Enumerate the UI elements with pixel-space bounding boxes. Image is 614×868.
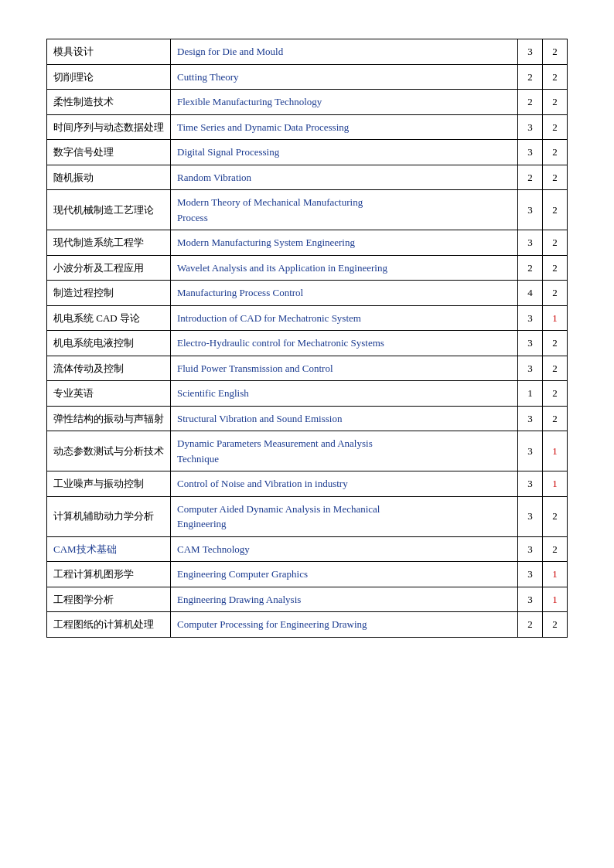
english-name: Modern Manufacturing System Engineering (171, 230, 518, 256)
chinese-name: 动态参数测试与分析技术 (47, 431, 171, 471)
semester: 2 (543, 536, 568, 562)
chinese-name: 小波分析及工程应用 (47, 255, 171, 281)
table-row: 现代机械制造工艺理论Modern Theory of Mechanical Ma… (47, 190, 568, 230)
table-row: 计算机辅助动力学分析Computer Aided Dynamic Analysi… (47, 496, 568, 536)
english-name: Control of Noise and Vibration in indust… (171, 471, 518, 497)
english-name: Scientific English (171, 381, 518, 407)
english-name: Flexible Manufacturing Technology (171, 90, 518, 115)
chinese-name: 工程计算机图形学 (47, 562, 171, 587)
semester: 2 (543, 356, 568, 381)
credit-hours: 3 (518, 190, 543, 230)
chinese-name: 工业噪声与振动控制 (47, 471, 171, 497)
chinese-name: 流体传动及控制 (47, 356, 171, 381)
semester: 2 (543, 90, 568, 115)
semester: 2 (543, 230, 568, 256)
chinese-name: 弹性结构的振动与声辐射 (47, 406, 171, 431)
table-row: 工业噪声与振动控制Control of Noise and Vibration … (47, 471, 568, 497)
english-name: Computer Processing for Engineering Draw… (171, 612, 518, 638)
credit-hours: 3 (518, 562, 543, 587)
semester: 1 (543, 587, 568, 612)
table-row: 切削理论Cutting Theory22 (47, 64, 568, 90)
semester: 2 (543, 406, 568, 431)
chinese-name: CAM技术基础 (47, 536, 171, 562)
table-row: 随机振动Random Vibration22 (47, 165, 568, 190)
table-row: CAM技术基础CAM Technology32 (47, 536, 568, 562)
table-row: 流体传动及控制Fluid Power Transmission and Cont… (47, 356, 568, 381)
credit-hours: 3 (518, 114, 543, 140)
credit-hours: 4 (518, 281, 543, 306)
english-name: Electro-Hydraulic control for Mechatroni… (171, 331, 518, 356)
table-row: 制造过程控制Manufacturing Process Control42 (47, 281, 568, 306)
table-row: 工程图纸的计算机处理Computer Processing for Engine… (47, 612, 568, 638)
chinese-name: 专业英语 (47, 381, 171, 407)
semester: 2 (543, 496, 568, 536)
semester: 2 (543, 255, 568, 281)
chinese-name: 现代机械制造工艺理论 (47, 190, 171, 230)
chinese-name: 时间序列与动态数据处理 (47, 114, 171, 140)
credit-hours: 3 (518, 356, 543, 381)
credit-hours: 1 (518, 381, 543, 407)
english-name: Cutting Theory (171, 64, 518, 90)
chinese-name: 现代制造系统工程学 (47, 230, 171, 256)
semester: 2 (543, 331, 568, 356)
semester: 1 (543, 562, 568, 587)
credit-hours: 2 (518, 165, 543, 190)
credit-hours: 3 (518, 587, 543, 612)
table-row: 专业英语Scientific English12 (47, 381, 568, 407)
chinese-name: 机电系统 CAD 导论 (47, 305, 171, 331)
semester: 2 (543, 64, 568, 90)
table-row: 模具设计Design for Die and Mould32 (47, 39, 568, 65)
english-name: Fluid Power Transmission and Control (171, 356, 518, 381)
semester: 2 (543, 381, 568, 407)
english-name: Random Vibration (171, 165, 518, 190)
credit-hours: 3 (518, 331, 543, 356)
credit-hours: 3 (518, 406, 543, 431)
chinese-name: 数字信号处理 (47, 140, 171, 165)
table-row: 机电系统电液控制Electro-Hydraulic control for Me… (47, 331, 568, 356)
chinese-name: 制造过程控制 (47, 281, 171, 306)
credit-hours: 2 (518, 612, 543, 638)
course-table: 模具设计Design for Die and Mould32切削理论Cuttin… (46, 39, 568, 638)
table-row: 工程图学分析Engineering Drawing Analysis31 (47, 587, 568, 612)
chinese-name: 机电系统电液控制 (47, 331, 171, 356)
english-name: Engineering Drawing Analysis (171, 587, 518, 612)
table-row: 数字信号处理Digital Signal Processing32 (47, 140, 568, 165)
credit-hours: 2 (518, 64, 543, 90)
semester: 2 (543, 190, 568, 230)
credit-hours: 3 (518, 39, 543, 65)
english-name: Engineering Computer Graphics (171, 562, 518, 587)
chinese-name: 切削理论 (47, 64, 171, 90)
credit-hours: 3 (518, 431, 543, 471)
chinese-name: 柔性制造技术 (47, 90, 171, 115)
chinese-name: 计算机辅助动力学分析 (47, 496, 171, 536)
semester: 2 (543, 165, 568, 190)
semester: 2 (543, 114, 568, 140)
credit-hours: 3 (518, 536, 543, 562)
table-row: 机电系统 CAD 导论Introduction of CAD for Mecha… (47, 305, 568, 331)
table-row: 小波分析及工程应用Wavelet Analysis and its Applic… (47, 255, 568, 281)
semester: 1 (543, 431, 568, 471)
english-name: CAM Technology (171, 536, 518, 562)
chinese-name: 工程图学分析 (47, 587, 171, 612)
semester: 2 (543, 140, 568, 165)
table-row: 弹性结构的振动与声辐射Structural Vibration and Soun… (47, 406, 568, 431)
chinese-name: 工程图纸的计算机处理 (47, 612, 171, 638)
english-name: Digital Signal Processing (171, 140, 518, 165)
table-row: 柔性制造技术Flexible Manufacturing Technology2… (47, 90, 568, 115)
table-row: 时间序列与动态数据处理Time Series and Dynamic Data … (47, 114, 568, 140)
english-name: Modern Theory of Mechanical Manufacturin… (171, 190, 518, 230)
english-name: Structural Vibration and Sound Emission (171, 406, 518, 431)
credit-hours: 2 (518, 255, 543, 281)
credit-hours: 3 (518, 230, 543, 256)
semester: 2 (543, 281, 568, 306)
semester: 1 (543, 471, 568, 497)
english-name: Dynamic Parameters Measurement and Analy… (171, 431, 518, 471)
english-name: Time Series and Dynamic Data Processing (171, 114, 518, 140)
table-row: 工程计算机图形学Engineering Computer Graphics31 (47, 562, 568, 587)
semester: 2 (543, 39, 568, 65)
english-name: Wavelet Analysis and its Application in … (171, 255, 518, 281)
credit-hours: 3 (518, 496, 543, 536)
credit-hours: 3 (518, 305, 543, 331)
semester: 1 (543, 305, 568, 331)
english-name: Computer Aided Dynamic Analysis in Mecha… (171, 496, 518, 536)
